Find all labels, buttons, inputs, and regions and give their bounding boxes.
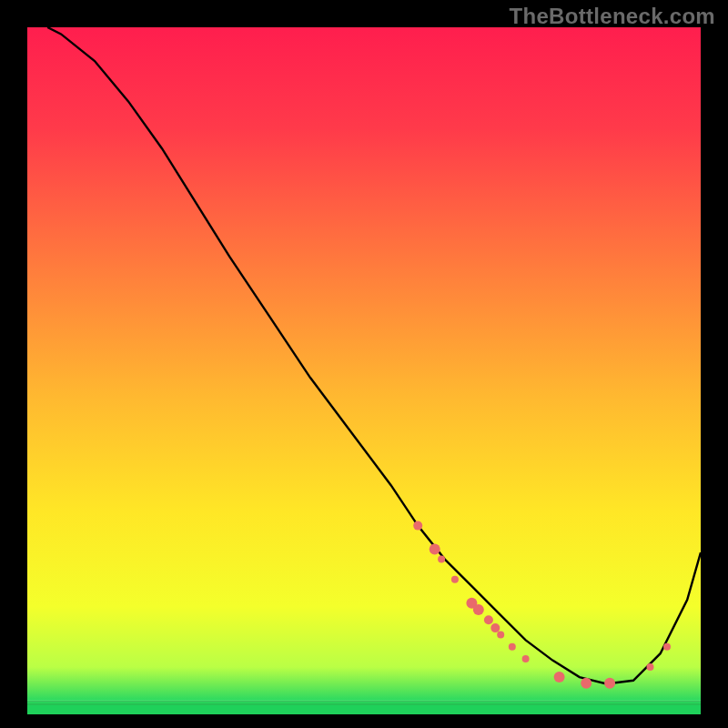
data-point-marker xyxy=(473,604,484,615)
data-point-marker xyxy=(604,678,615,689)
data-point-marker xyxy=(497,632,504,639)
data-point-marker xyxy=(413,521,422,531)
watermark-text: TheBottleneck.com xyxy=(510,4,715,29)
data-point-marker xyxy=(509,643,516,651)
data-point-marker xyxy=(554,672,565,682)
data-point-marker xyxy=(647,663,654,671)
chart-container: TheBottleneck.com xyxy=(0,0,728,728)
data-point-marker xyxy=(438,556,445,563)
data-point-marker xyxy=(663,643,671,651)
data-point-marker xyxy=(581,678,592,689)
data-point-marker xyxy=(484,615,493,624)
optimal-band-bottom xyxy=(27,705,701,714)
data-point-marker xyxy=(430,544,440,555)
plot-area xyxy=(27,27,701,701)
bottleneck-curve xyxy=(27,27,701,701)
data-point-marker xyxy=(490,623,500,632)
data-point-marker xyxy=(522,655,530,662)
data-point-marker xyxy=(451,576,459,583)
